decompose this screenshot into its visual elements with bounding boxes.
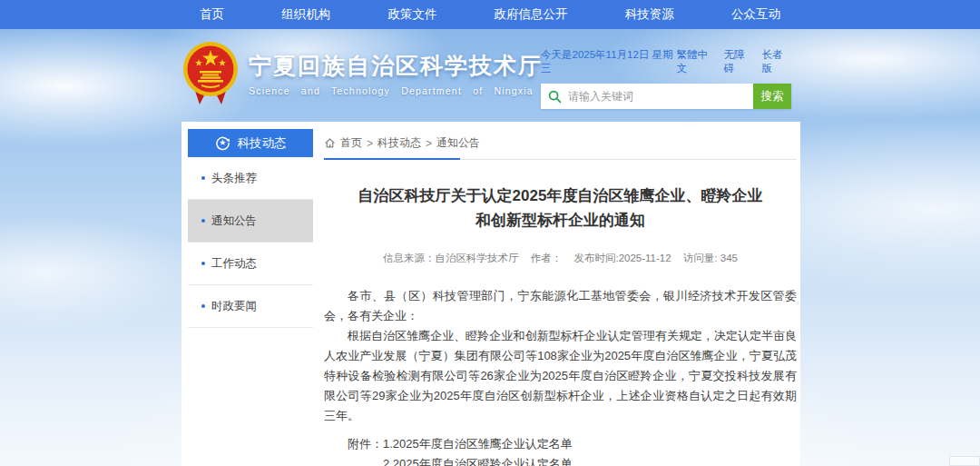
top-nav-items: 首页 组织机构 政策文件 政府信息公开 科技资源 公众互动 (200, 6, 780, 23)
link-elderly-version[interactable]: 长者版 (761, 48, 791, 75)
nav-item-org[interactable]: 组织机构 (281, 6, 330, 23)
breadcrumb-separator: > (367, 137, 373, 150)
circular-star-icon (215, 135, 230, 151)
sidebar-item-label: 工作动态 (211, 256, 257, 272)
breadcrumb: 首页 > 科技动态 > 通知公告 (324, 135, 797, 160)
meta-author: 作者： (531, 253, 563, 263)
article-content-area: 首页 > 科技动态 > 通知公告 自治区科技厅关于认定2025年度自治区雏鹰企业… (313, 122, 800, 466)
header-utility-area: 今天是2025年11月12日 星期三 繁體中文 无障碍 长者版 搜索 (541, 48, 791, 109)
link-accessibility[interactable]: 无障碍 (724, 48, 754, 75)
sidebar-item-work-news[interactable]: 工作动态 (188, 243, 313, 285)
breadcrumb-section[interactable]: 科技动态 (377, 135, 421, 151)
main-content-wrapper: 科技动态 头条推荐 通知公告 工作动态 时政要闻 首页 > (181, 122, 800, 466)
breadcrumb-separator: > (426, 137, 432, 150)
sidebar: 科技动态 头条推荐 通知公告 工作动态 时政要闻 (188, 129, 313, 466)
emblem-icon (181, 41, 240, 106)
bullet-dot-icon (201, 304, 205, 308)
bullet-dot-icon (201, 176, 205, 180)
sidebar-item-notices[interactable]: 通知公告 (188, 200, 313, 243)
sidebar-item-label: 头条推荐 (211, 171, 257, 186)
breadcrumb-current[interactable]: 通知公告 (436, 135, 480, 151)
article-title: 自治区科技厅关于认定2025年度自治区雏鹰企业、瞪羚企业 和创新型标杆企业的通知 (324, 183, 797, 233)
bullet-dot-icon (201, 219, 205, 223)
site-title-block: 宁夏回族自治区科学技术厅 Science and Technology Depa… (249, 51, 543, 96)
search-bar: 搜索 (541, 84, 791, 109)
top-navigation-bar: 首页 组织机构 政策文件 政府信息公开 科技资源 公众互动 (0, 0, 980, 29)
site-header: 宁夏回族自治区科学技术厅 Science and Technology Depa… (181, 41, 543, 106)
article-title-line2: 和创新型标杆企业的通知 (324, 208, 797, 233)
utility-links: 繁體中文 无障碍 长者版 (676, 48, 791, 75)
bullet-dot-icon (201, 262, 205, 265)
search-input[interactable] (541, 84, 753, 109)
home-icon (324, 137, 336, 149)
meta-visits: 访问量: 345 (683, 253, 738, 263)
sidebar-item-label: 时政要闻 (211, 299, 257, 314)
nav-item-home[interactable]: 首页 (200, 6, 224, 23)
link-traditional-chinese[interactable]: 繁體中文 (676, 48, 715, 75)
nav-item-gov-info[interactable]: 政府信息公开 (495, 6, 568, 23)
nav-item-interaction[interactable]: 公众互动 (731, 6, 780, 23)
site-title: 宁夏回族自治区科学技术厅 (249, 51, 543, 81)
sidebar-item-headlines[interactable]: 头条推荐 (188, 157, 313, 200)
corner-widget[interactable] (949, 456, 980, 466)
attachments-block: 附件： 1.2025年度自治区雏鹰企业认定名单 2.2025年度自治区瞪羚企业认… (348, 434, 797, 466)
sidebar-header: 科技动态 (188, 129, 313, 157)
article-meta: 信息来源：自治区科学技术厅 作者： 发布时间:2025-11-12 访问量: 3… (324, 252, 797, 265)
current-date-text: 今天是2025年11月12日 星期三 (541, 48, 676, 75)
meta-source: 信息来源：自治区科学技术厅 (383, 253, 519, 263)
meta-publish-date: 发布时间:2025-11-12 (573, 253, 671, 263)
article-paragraph: 各市、县（区）科技管理部门，宁东能源化工基地管委会，银川经济技术开发区管委会，各… (324, 286, 797, 326)
sidebar-item-label: 通知公告 (211, 213, 257, 229)
nav-item-resources[interactable]: 科技资源 (625, 6, 674, 23)
sidebar-title: 科技动态 (238, 135, 287, 152)
site-subtitle-english: Science and Technology Department of Nin… (249, 85, 543, 96)
article-paragraph: 根据自治区雏鹰企业、瞪羚企业和创新型标杆企业认定管理有关规定，决定认定半亩良人农… (324, 326, 797, 426)
attachments-list: 1.2025年度自治区雏鹰企业认定名单 2.2025年度自治区瞪羚企业认定名单 … (383, 434, 608, 466)
attachments-label: 附件： (348, 434, 383, 466)
search-button[interactable]: 搜索 (753, 84, 791, 109)
article-title-line1: 自治区科技厅关于认定2025年度自治区雏鹰企业、瞪羚企业 (324, 183, 797, 208)
nav-item-policy[interactable]: 政策文件 (387, 6, 436, 23)
search-icon (548, 90, 562, 104)
attachment-link-2[interactable]: 2.2025年度自治区瞪羚企业认定名单 (383, 454, 608, 466)
breadcrumb-home[interactable]: 首页 (340, 135, 362, 151)
article-body: 各市、县（区）科技管理部门，宁东能源化工基地管委会，银川经济技术开发区管委会，各… (324, 286, 797, 426)
breadcrumb-active-underline (324, 158, 460, 160)
attachment-link-1[interactable]: 1.2025年度自治区雏鹰企业认定名单 (383, 434, 608, 454)
national-emblem-logo[interactable] (181, 41, 240, 106)
sidebar-item-politics-news[interactable]: 时政要闻 (188, 285, 313, 328)
